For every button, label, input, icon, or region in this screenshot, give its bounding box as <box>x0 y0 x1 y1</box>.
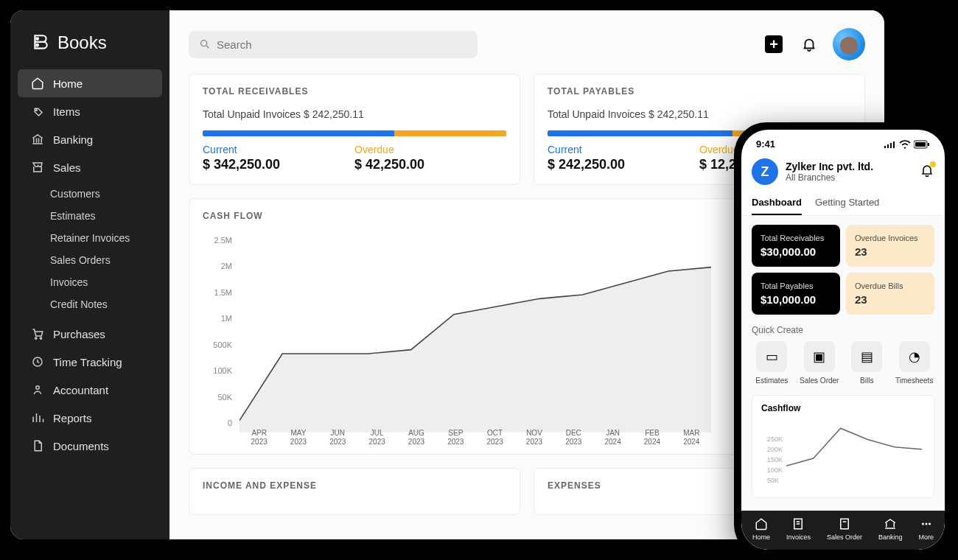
submenu-sales-orders[interactable]: Sales Orders <box>10 249 169 271</box>
tab-dashboard[interactable]: Dashboard <box>752 192 802 215</box>
bell-icon <box>801 36 817 52</box>
brand-name: Books <box>57 32 107 53</box>
nav-banking[interactable]: Banking <box>878 517 903 541</box>
search-input[interactable] <box>217 38 467 51</box>
chart-y-axis: 2.5M2M1.5M1M500K100K50K0 <box>203 236 232 427</box>
submenu-estimates[interactable]: Estimates <box>10 205 169 227</box>
svg-rect-13 <box>915 142 926 147</box>
phone-screen: 9:41 Z Zylker Inc pvt. ltd. All Branches… <box>741 130 945 550</box>
cashflow-area-chart <box>240 236 711 433</box>
sidebar-item-sales[interactable]: Sales <box>18 153 162 181</box>
submenu-retainer-invoices[interactable]: Retainer Invoices <box>10 227 169 249</box>
sidebar-item-time-tracking[interactable]: Time Tracking <box>18 348 162 376</box>
qc-label: Timesheets <box>895 377 933 385</box>
phone-notifications[interactable] <box>920 163 934 181</box>
search-box[interactable] <box>189 31 478 58</box>
sidebar-item-banking[interactable]: Banking <box>18 125 162 153</box>
cart-icon <box>31 327 44 340</box>
nav-label: Invoices <box>786 533 811 541</box>
phone-header: Z Zylker Inc pvt. ltd. All Branches <box>741 153 945 192</box>
org-avatar[interactable]: Z <box>752 158 778 185</box>
mini-card-label: Total Payables <box>761 281 831 290</box>
svg-point-17 <box>922 523 924 525</box>
mini-chart-y-axis: 250K200K150K100K50K <box>767 435 786 484</box>
svg-point-3 <box>35 337 37 339</box>
current-label: Current <box>203 144 354 155</box>
mini-line-chart <box>786 421 922 489</box>
nav-invoices[interactable]: Invoices <box>786 517 811 541</box>
sidebar-item-purchases[interactable]: Purchases <box>18 320 162 348</box>
sidebar-item-documents[interactable]: Documents <box>18 432 162 460</box>
qc-label: Estimates <box>755 377 788 385</box>
nav-label: Sales <box>53 161 81 174</box>
submenu-invoices[interactable]: Invoices <box>10 271 169 293</box>
mini-chart-title: Cashflow <box>761 403 925 413</box>
svg-point-0 <box>36 38 38 40</box>
cashflow-chart: 2.5M2M1.5M1M500K100K50K0 APR2023MAY2023J… <box>203 225 711 447</box>
qc-timesheets[interactable]: ◔Timesheets <box>895 341 935 385</box>
add-button[interactable]: + <box>762 32 786 56</box>
mini-overdue-bills-card[interactable]: Overdue Bills 23 <box>846 273 934 315</box>
sidebar-item-home[interactable]: Home <box>18 69 162 97</box>
svg-rect-16 <box>841 519 849 529</box>
nav-label: Accountant <box>53 384 108 396</box>
sidebar-item-accountant[interactable]: Accountant <box>18 376 162 404</box>
user-avatar[interactable] <box>833 28 865 60</box>
nav-more[interactable]: More <box>918 517 934 541</box>
qc-bills[interactable]: ▤Bills <box>847 341 887 385</box>
signal-icon <box>884 141 896 148</box>
current-amount: $ 342,250.00 <box>203 157 354 172</box>
mini-payables-card[interactable]: Total Payables $10,000.00 <box>752 273 840 315</box>
sidebar-item-reports[interactable]: Reports <box>18 404 162 432</box>
nav-label: Home <box>752 533 770 541</box>
bank-icon <box>31 133 44 146</box>
invoice-icon <box>791 517 805 531</box>
receivables-subtext: Total Unpaid Invoices $ 242,250.11 <box>203 108 506 120</box>
shop-icon <box>31 161 44 174</box>
sales-submenu: Customers Estimates Retainer Invoices Sa… <box>10 181 169 320</box>
books-logo-icon <box>31 33 50 52</box>
mini-overdue-invoices-card[interactable]: Overdue Invoices 23 <box>846 225 934 267</box>
topbar: + <box>189 10 865 74</box>
notifications-button[interactable] <box>797 32 821 56</box>
submenu-credit-notes[interactable]: Credit Notes <box>10 293 169 315</box>
phone-bottom-nav: Home Invoices Sales Order Banking More <box>741 511 945 550</box>
mini-card-value: $10,000.00 <box>761 293 831 306</box>
qc-label: Bills <box>860 377 873 385</box>
qc-estimates[interactable]: ▭Estimates <box>752 341 792 385</box>
card-title: TOTAL PAYABLES <box>548 86 851 97</box>
nav-label: Time Tracking <box>53 356 122 368</box>
phone-tabs: Dashboard Getting Started <box>741 192 945 216</box>
nav-label: Banking <box>878 533 903 541</box>
mini-receivables-card[interactable]: Total Receivables $30,000.00 <box>752 225 840 267</box>
quick-create-label: Quick Create <box>752 325 934 335</box>
chart-x-axis: APR2023MAY2023JUN2023JUL2023AUG2023SEP20… <box>240 429 711 447</box>
submenu-customers[interactable]: Customers <box>10 183 169 205</box>
home-icon <box>754 517 769 531</box>
mini-card-label: Overdue Invoices <box>855 234 926 242</box>
payables-subtext: Total Unpaid Invoices $ 242,250.11 <box>548 108 851 120</box>
phone-device: 9:41 Z Zylker Inc pvt. ltd. All Branches… <box>734 122 952 557</box>
sidebar: Books Home Items Banking Sales Customers… <box>10 10 169 539</box>
bar-overdue-segment <box>394 130 506 136</box>
timesheet-icon: ◔ <box>899 341 930 372</box>
sales-order-icon <box>837 517 852 531</box>
org-name: Zylker Inc pvt. ltd. <box>786 161 873 172</box>
card-title: INCOME AND EXPENSE <box>203 480 506 491</box>
mini-card-label: Overdue Bills <box>855 281 926 290</box>
nav-sales-order[interactable]: Sales Order <box>827 517 862 541</box>
phone-content: Total Receivables $30,000.00 Overdue Inv… <box>741 216 945 511</box>
nav-label: Home <box>53 77 83 90</box>
nav-home[interactable]: Home <box>752 517 770 541</box>
sales-order-icon: ▣ <box>804 341 835 372</box>
sidebar-item-items[interactable]: Items <box>18 97 162 125</box>
income-expense-card: INCOME AND EXPENSE <box>189 468 520 515</box>
qc-sales-order[interactable]: ▣Sales Order <box>800 341 840 385</box>
bar-current-segment <box>203 130 394 136</box>
person-icon <box>31 383 44 396</box>
svg-point-4 <box>40 337 41 339</box>
nav-label: Reports <box>53 412 92 424</box>
tab-getting-started[interactable]: Getting Started <box>815 192 879 215</box>
estimate-icon: ▭ <box>756 341 787 372</box>
chart-bar-icon <box>31 411 44 424</box>
